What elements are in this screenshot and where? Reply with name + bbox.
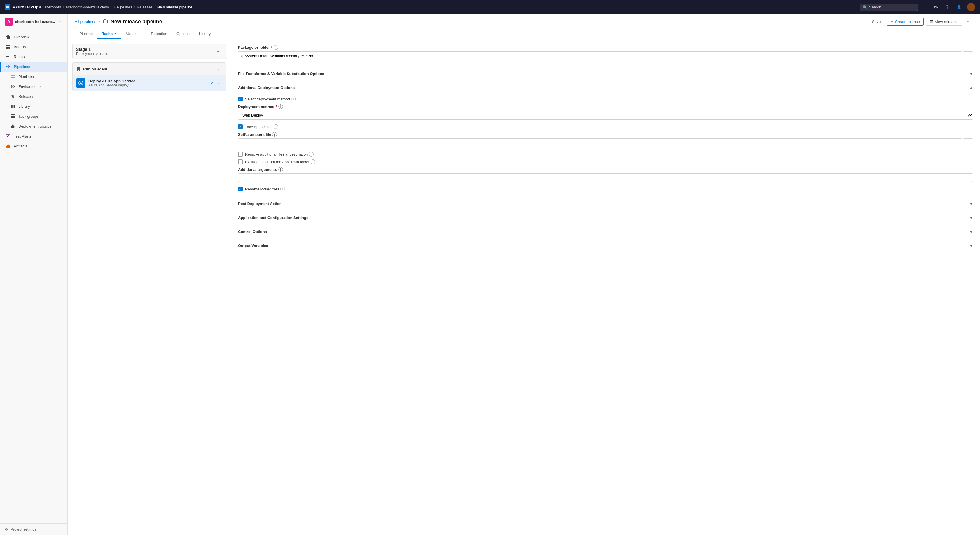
rename-locked-files-info-icon[interactable]: i bbox=[280, 187, 285, 191]
content-area: All pipelines › New release pipeline Sav… bbox=[68, 14, 980, 535]
output-variables-section[interactable]: Output Variables ▼ bbox=[238, 241, 973, 251]
breadcrumb-chevron: › bbox=[99, 19, 100, 24]
take-app-offline-label[interactable]: Take App Offline i bbox=[245, 125, 278, 129]
control-options-section[interactable]: Control Options ▼ bbox=[238, 227, 973, 237]
sidebar-item-overview[interactable]: Overview bbox=[0, 32, 67, 42]
remove-additional-files-info-icon[interactable]: i bbox=[309, 152, 313, 157]
sidebar-item-environments[interactable]: Environments bbox=[0, 81, 67, 91]
all-pipelines-link[interactable]: All pipelines bbox=[75, 19, 97, 24]
breadcrumb-item-1[interactable]: alterbooth bbox=[45, 5, 61, 10]
post-deployment-section[interactable]: Post Deployment Action ▼ bbox=[238, 199, 973, 209]
search-box[interactable]: 🔍 Search bbox=[859, 3, 918, 11]
app-logo[interactable]: Azure DevOps bbox=[5, 4, 41, 10]
tab-options[interactable]: Options bbox=[172, 29, 194, 39]
breadcrumb-item-3[interactable]: Pipelines bbox=[117, 5, 132, 10]
take-app-offline-checkbox[interactable]: ✓ bbox=[238, 125, 243, 129]
add-project-button[interactable]: ＋ bbox=[58, 18, 63, 25]
settings-icon: ⚙ bbox=[5, 527, 8, 532]
avatar[interactable] bbox=[967, 3, 975, 11]
more-actions-button[interactable]: ··· bbox=[964, 18, 973, 26]
additional-deployment-section[interactable]: Additional Deployment Options ▲ bbox=[238, 83, 973, 93]
breadcrumb-item-4[interactable]: Releases bbox=[137, 5, 153, 10]
additional-arguments-section: Additional arguments i bbox=[238, 167, 973, 182]
package-folder-more-button[interactable]: ··· bbox=[963, 51, 973, 60]
deployment-method-section: Deployment method * i Web Deploy FTP Run… bbox=[238, 104, 973, 120]
tab-history[interactable]: History bbox=[194, 29, 215, 39]
deployment-method-info-icon[interactable]: i bbox=[278, 104, 283, 109]
exclude-app-data-label[interactable]: Exclude files from the App_Data folder i bbox=[245, 160, 315, 164]
app-config-section[interactable]: Application and Configuration Settings ▼ bbox=[238, 212, 973, 223]
notifications-icon[interactable]: ☰ bbox=[923, 4, 928, 11]
sidebar-item-pipelines-sub[interactable]: Pipelines bbox=[0, 72, 67, 81]
sidebar-nav: Overview Boards Repos Pipe bbox=[0, 29, 67, 523]
collapse-sidebar-icon[interactable]: « bbox=[60, 527, 63, 532]
setparameters-more-button[interactable]: ··· bbox=[963, 139, 973, 147]
view-releases-button[interactable]: ☰ View releases bbox=[926, 18, 962, 26]
agent-icon bbox=[76, 66, 81, 72]
sidebar-item-deployment-groups[interactable]: Deployment groups bbox=[0, 121, 67, 131]
add-task-button[interactable]: ＋ bbox=[207, 66, 215, 72]
breadcrumb-current: New release pipeline bbox=[157, 5, 192, 10]
rename-locked-files-label[interactable]: Rename locked files i bbox=[245, 187, 285, 191]
save-button[interactable]: Save bbox=[869, 18, 885, 26]
select-deployment-method-checkbox[interactable]: ✓ bbox=[238, 97, 243, 101]
svg-rect-24 bbox=[77, 67, 80, 70]
tab-pipeline[interactable]: Pipeline bbox=[75, 29, 97, 39]
agent-job-more-button[interactable]: ··· bbox=[216, 66, 222, 72]
control-options-chevron: ▼ bbox=[969, 230, 973, 234]
sidebar-item-boards[interactable]: Boards bbox=[0, 42, 67, 52]
stage-more-button[interactable]: ··· bbox=[215, 48, 222, 54]
select-deployment-method-label[interactable]: Select deployment method i bbox=[245, 97, 296, 101]
sidebar-item-task-groups[interactable]: Task groups bbox=[0, 111, 67, 121]
package-folder-info-icon[interactable]: i bbox=[274, 45, 278, 50]
tab-tasks[interactable]: Tasks ▼ bbox=[97, 29, 121, 39]
sidebar-item-artifacts[interactable]: Artifacts bbox=[0, 141, 67, 151]
additional-deployment-chevron: ▲ bbox=[969, 86, 973, 90]
tab-variables[interactable]: Variables bbox=[121, 29, 146, 39]
agent-job: Run on agent ＋ ··· bbox=[72, 62, 226, 91]
exclude-app-data-checkbox[interactable] bbox=[238, 160, 243, 164]
sidebar-item-test-plans[interactable]: Test Plans bbox=[0, 131, 67, 141]
additional-arguments-input[interactable] bbox=[238, 174, 973, 182]
package-folder-input[interactable] bbox=[238, 51, 962, 60]
remove-additional-files-label[interactable]: Remove additional files at destination i bbox=[245, 152, 313, 157]
take-app-offline-info-icon[interactable]: i bbox=[274, 125, 278, 129]
breadcrumb-item-2[interactable]: alterbooth-hol-azure-devo... bbox=[65, 5, 112, 10]
setparameters-input[interactable] bbox=[238, 139, 962, 147]
sidebar-item-repos[interactable]: Repos bbox=[0, 52, 67, 62]
sidebar-item-library[interactable]: Library bbox=[0, 101, 67, 111]
svg-point-8 bbox=[8, 67, 9, 68]
svg-rect-14 bbox=[14, 105, 15, 108]
deployment-method-select[interactable]: Web Deploy FTP Run From Package bbox=[238, 111, 973, 120]
tab-retention[interactable]: Retention bbox=[146, 29, 172, 39]
svg-point-6 bbox=[8, 65, 9, 66]
user-settings-icon[interactable]: 👤 bbox=[956, 4, 963, 11]
remove-additional-files-checkbox[interactable] bbox=[238, 152, 243, 157]
rename-locked-files-checkbox[interactable]: ✓ bbox=[238, 187, 243, 191]
task-item[interactable]: Deploy Azure App Service Azure App Servi… bbox=[73, 75, 226, 91]
project-settings-button[interactable]: ⚙ Project settings « bbox=[0, 523, 67, 535]
shopping-icon[interactable]: 🛍 bbox=[933, 4, 939, 11]
create-release-button[interactable]: ✦ Create release bbox=[887, 18, 924, 26]
help-icon[interactable]: ❓ bbox=[944, 4, 951, 11]
file-transforms-section[interactable]: File Transforms & Variable Substitution … bbox=[238, 69, 973, 79]
page-title: New release pipeline bbox=[102, 18, 162, 26]
sidebar-item-releases[interactable]: Releases bbox=[0, 91, 67, 101]
setparameters-info-icon[interactable]: i bbox=[272, 132, 277, 137]
deployment-method-label: Deployment method * i bbox=[238, 104, 973, 109]
project-name: alterbooth-hol-azure... bbox=[15, 19, 56, 24]
svg-rect-4 bbox=[8, 47, 10, 49]
agent-job-header[interactable]: Run on agent ＋ ··· bbox=[73, 63, 226, 75]
exclude-app-data-info-icon[interactable]: i bbox=[310, 160, 315, 164]
page-title-row: All pipelines › New release pipeline Sav… bbox=[75, 18, 973, 26]
environments-icon bbox=[10, 84, 16, 89]
page-title-left: All pipelines › New release pipeline bbox=[75, 18, 162, 26]
rename-locked-files-row: ✓ Rename locked files i bbox=[238, 187, 973, 191]
svg-point-5 bbox=[6, 66, 7, 67]
select-deployment-info-icon[interactable]: i bbox=[291, 97, 296, 101]
sidebar-item-pipelines[interactable]: Pipelines bbox=[0, 62, 67, 72]
task-more-button[interactable]: ··· bbox=[216, 80, 222, 86]
svg-rect-17 bbox=[11, 117, 14, 118]
additional-arguments-info-icon[interactable]: i bbox=[278, 167, 283, 172]
top-nav: Azure DevOps alterbooth / alterbooth-hol… bbox=[0, 0, 980, 14]
